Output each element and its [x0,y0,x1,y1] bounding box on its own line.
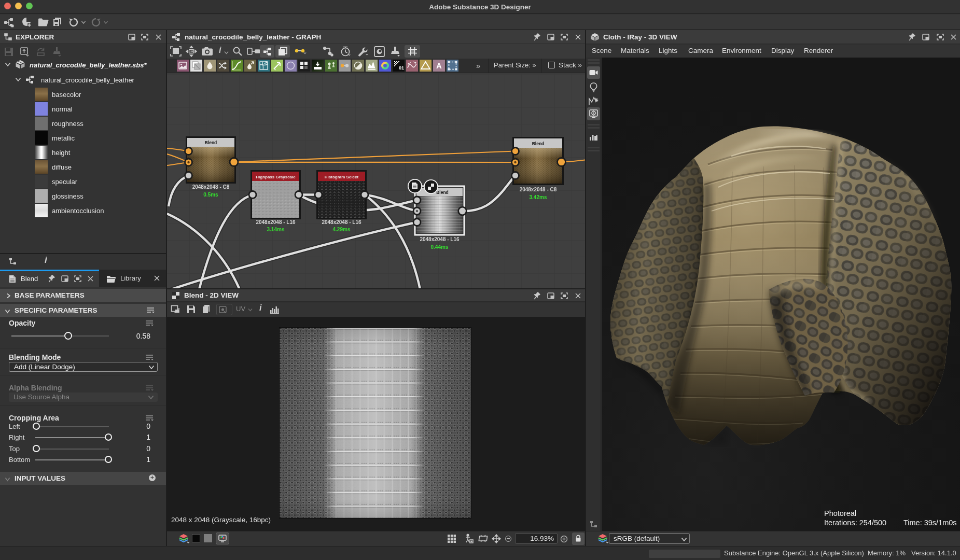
svg-text:3.14ms: 3.14ms [267,227,285,232]
svg-text:4.29ms: 4.29ms [333,227,351,232]
svg-text:Highpass Grayscale: Highpass Grayscale [256,175,296,179]
svg-text:A: A [436,61,442,70]
svg-text:Blend: Blend [436,190,449,195]
svg-text:0.44ms: 0.44ms [431,244,449,250]
svg-text:Histogram Select: Histogram Select [325,175,359,179]
svg-text:2048x2048 - L16: 2048x2048 - L16 [322,219,361,225]
svg-text:2048x2048 - C8: 2048x2048 - C8 [192,184,230,190]
svg-text:0.5ms: 0.5ms [203,192,218,198]
svg-text:3.42ms: 3.42ms [530,194,547,200]
svg-text:2048x2048 - L16: 2048x2048 - L16 [256,219,296,225]
svg-text:2048x2048 - L16: 2048x2048 - L16 [420,236,460,242]
svg-text:Blend: Blend [205,140,217,145]
svg-text:01: 01 [399,65,404,71]
svg-text:2048x2048 - C8: 2048x2048 - C8 [520,187,557,192]
svg-text:Blend: Blend [532,141,545,146]
